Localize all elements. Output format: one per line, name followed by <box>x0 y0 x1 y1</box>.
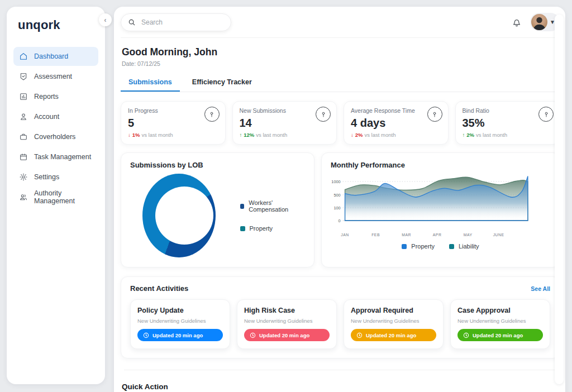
kpi-value: 4 days <box>351 117 441 130</box>
legend-swatch <box>240 204 245 209</box>
sidebar-item-coverholders[interactable]: Coverholders <box>13 127 98 146</box>
activity-subtitle: New Underwriting Guidelines <box>351 318 436 324</box>
legend-label: Property <box>250 225 273 232</box>
legend-swatch <box>402 244 407 249</box>
sidebar-item-label: Settings <box>34 173 59 181</box>
clock-icon <box>250 332 256 338</box>
pin-icon[interactable] <box>538 107 554 122</box>
activity-title: High Risk Case <box>244 307 330 314</box>
svg-text:JUNE: JUNE <box>493 233 504 237</box>
unqork-logo: unqork <box>18 18 98 32</box>
badge-label: Updated 20 min ago <box>366 332 416 338</box>
monthly-performance-card: Monthly Performance 0100500 <box>321 152 560 267</box>
activity-subtitle: New Underwriting Guidelines <box>244 318 330 324</box>
quick-action-title: Quick Action <box>122 383 559 391</box>
search-icon <box>128 18 136 26</box>
delta-note: vs last month <box>476 132 507 138</box>
delta-note: vs last month <box>141 132 173 138</box>
main-panel: ▼ Good Morning, John Date: 07/12/25 Subm… <box>114 7 565 392</box>
sidebar-item-label: Coverholders <box>34 133 75 141</box>
svg-text:MAY: MAY <box>464 233 473 237</box>
activity-card-policy-update[interactable]: Policy Update New Underwriting Guideline… <box>130 299 230 349</box>
badge-label: Updated 20 min ago <box>152 332 203 338</box>
kpi-value: 35% <box>463 117 553 130</box>
svg-text:0: 0 <box>339 218 341 223</box>
svg-text:FEB: FEB <box>371 233 380 237</box>
status-badge: Updated 20 min ago <box>351 329 436 341</box>
activity-subtitle: New Underwriting Guidelines <box>457 318 543 324</box>
legend-label: Workers' Compensation <box>249 199 305 213</box>
activity-card-case-approval[interactable]: Case Appproval New Underwriting Guidelin… <box>450 299 550 349</box>
chart-title: Submissions by LOB <box>130 161 305 169</box>
activity-card-approval-required[interactable]: Approval Required New Underwriting Guide… <box>344 299 444 349</box>
svg-text:500: 500 <box>333 193 340 198</box>
kpi-card-new-submissions: New Submissions 14 ↑ 12% vs last month <box>232 101 337 145</box>
delta-value: 2% <box>355 132 363 138</box>
legend-label: Property <box>411 243 435 250</box>
sidebar-item-label: Reports <box>34 93 59 101</box>
legend-item-liability: Liability <box>449 243 479 250</box>
activity-subtitle: New Underwriting Guidelines <box>137 318 223 324</box>
shield-check-icon <box>19 72 28 81</box>
bar-chart-icon <box>19 92 28 101</box>
delta-value: 12% <box>244 132 254 138</box>
notification-bell-icon[interactable] <box>511 17 522 28</box>
sidebar-collapse-button[interactable]: ‹ <box>99 13 112 26</box>
sidebar-item-label: Task Management <box>34 153 91 161</box>
kpi-delta: ↓ 1% vs last month <box>128 132 218 138</box>
kpi-card-average-response-time: Average Response Time 4 days ↓ 2% vs las… <box>344 101 449 145</box>
sidebar-item-label: Authority Management <box>34 189 93 205</box>
svg-text:1000: 1000 <box>331 179 340 184</box>
donut-ring <box>142 174 216 257</box>
delta-note: vs last month <box>364 132 395 138</box>
activity-title: Case Appproval <box>457 307 543 314</box>
user-icon <box>19 112 28 121</box>
donut-hole <box>155 187 213 245</box>
clock-icon <box>143 332 149 338</box>
activity-card-high-risk-case[interactable]: High Risk Case New Underwriting Guidelin… <box>237 299 337 349</box>
search-box[interactable] <box>121 13 231 31</box>
legend-label: Liability <box>459 243 479 250</box>
sidebar-item-settings[interactable]: Settings <box>13 168 98 187</box>
divider <box>124 370 556 370</box>
legend-swatch <box>240 226 245 231</box>
date-label: Date: 07/12/25 <box>122 60 560 67</box>
donut-chart: Workers' Compensation Property <box>130 174 305 257</box>
sidebar-item-authority-management[interactable]: Authority Management <box>13 188 98 207</box>
recent-activity-cards: Policy Update New Underwriting Guideline… <box>130 299 550 349</box>
tab-submissions[interactable]: Submissions <box>121 74 180 92</box>
sidebar-item-assessment[interactable]: Assessment <box>13 67 98 86</box>
pin-icon[interactable] <box>204 107 220 122</box>
kpi-card-in-progress: In Progress 5 ↓ 1% vs last month <box>121 101 226 145</box>
svg-text:100: 100 <box>333 205 340 211</box>
tabs: Submissions Efficiency Tracker <box>121 74 560 92</box>
sidebar-item-label: Assessment <box>34 73 72 80</box>
sidebar-item-task-management[interactable]: Task Management <box>13 147 98 166</box>
badge-label: Updated 20 min ago <box>473 332 523 338</box>
svg-text:MAR: MAR <box>402 233 411 237</box>
pin-icon[interactable] <box>427 107 442 122</box>
tab-efficiency-tracker[interactable]: Efficiency Tracker <box>184 74 260 92</box>
topbar-right: ▼ <box>511 13 560 31</box>
sidebar-item-label: Dashboard <box>34 52 68 60</box>
clock-icon <box>463 332 469 338</box>
svg-text:JAN: JAN <box>341 233 349 237</box>
delta-arrow-icon: ↓ <box>128 132 131 138</box>
sidebar-item-dashboard[interactable]: Dashboard <box>13 47 98 66</box>
sidebar-item-label: Account <box>34 113 59 121</box>
search-input[interactable] <box>140 18 209 27</box>
pin-icon[interactable] <box>316 107 331 122</box>
kpi-value: 5 <box>128 117 218 130</box>
briefcase-icon <box>19 132 28 141</box>
sidebar-item-reports[interactable]: Reports <box>13 87 98 106</box>
sidebar-item-account[interactable]: Account <box>13 107 98 126</box>
avatar <box>531 14 547 30</box>
users-icon <box>19 193 28 202</box>
see-all-link[interactable]: See All <box>531 285 550 292</box>
page-title: Good Morning, John <box>122 46 559 58</box>
status-badge: Updated 20 min ago <box>137 329 223 341</box>
chart-title: Monthly Performance <box>331 161 550 169</box>
scrollbar-thumb[interactable] <box>555 15 564 384</box>
kpi-delta: ↑ 12% vs last month <box>240 132 330 138</box>
area-chart: 01005001000JANFEBMARAPRMAYJUNE <box>331 171 550 242</box>
